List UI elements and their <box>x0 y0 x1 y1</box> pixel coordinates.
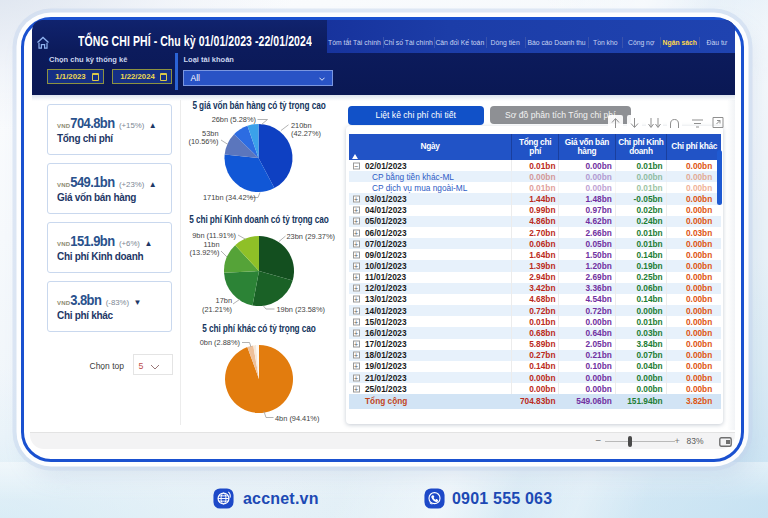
svg-text:(21.21%): (21.21%) <box>202 305 232 314</box>
svg-text:26bn (5.28%): 26bn (5.28%) <box>212 115 256 124</box>
svg-text:19bn (23.58%): 19bn (23.58%) <box>277 305 325 314</box>
svg-text:0bn (2.88%): 0bn (2.88%) <box>200 338 240 347</box>
svg-text:(42.27%): (42.27%) <box>291 129 321 138</box>
svg-text:(13.92%): (13.92%) <box>190 248 220 257</box>
svg-text:171bn (34.42%): 171bn (34.42%) <box>203 193 256 202</box>
svg-text:(10.56%): (10.56%) <box>189 137 219 146</box>
svg-text:23bn (29.37%): 23bn (29.37%) <box>287 232 335 241</box>
svg-text:9bn (11.91%): 9bn (11.91%) <box>192 231 236 240</box>
svg-text:4bn (94.41%): 4bn (94.41%) <box>275 414 319 423</box>
